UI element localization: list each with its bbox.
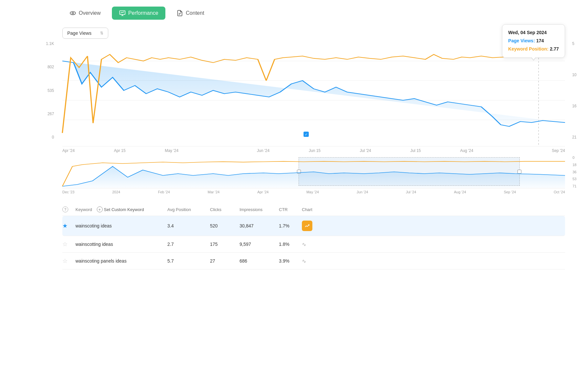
- main-chart: 1.1K 802 535 267 0 5 10 16 21: [62, 41, 565, 146]
- table-header: ? Keyword + Set Custom Keyword Avg Posit…: [62, 203, 565, 216]
- ctr-header: CTR: [279, 207, 302, 212]
- tooltip-keyword-row: Keyword Position: 2.77: [508, 45, 559, 53]
- eye-icon: [70, 10, 76, 16]
- impressions-cell: 9,597: [240, 242, 279, 247]
- table-row: ☆ wainscoting panels ideas 5.7 27 686 3.…: [62, 253, 565, 269]
- avgposition-cell: 3.4: [167, 223, 210, 228]
- clicks-cell: 175: [210, 242, 240, 247]
- tab-performance[interactable]: Performance: [112, 7, 166, 20]
- help-icon[interactable]: ?: [62, 206, 68, 212]
- star-cell[interactable]: ☆: [62, 257, 75, 265]
- mini-chart-container: 0 18 36 53 71 Dec '23: [62, 156, 565, 194]
- chart-cell: [302, 221, 325, 231]
- table-header-star: ?: [62, 206, 75, 212]
- document-icon: [177, 10, 183, 16]
- keyword-cell: wainscotting ideas: [75, 242, 167, 247]
- add-custom-keyword-button[interactable]: + Set Custom Keyword: [97, 206, 144, 212]
- mini-y-labels-right: 0 18 36 53 71: [573, 156, 577, 188]
- clicks-header: Clicks: [210, 207, 240, 212]
- avgposition-header: Avg Position: [167, 207, 210, 212]
- plus-circle-icon: +: [97, 206, 103, 212]
- chart-button-orange[interactable]: [302, 221, 312, 231]
- clicks-cell: 520: [210, 223, 240, 228]
- custom-keyword-label: Set Custom Keyword: [104, 207, 144, 212]
- monitor-chart-icon: [119, 10, 126, 16]
- ctr-cell: 3.9%: [279, 258, 302, 264]
- star-cell[interactable]: ★: [62, 222, 75, 229]
- controls-row: Page Views ⇅ Wed, 04 Sep 2024 Page Views…: [10, 28, 578, 39]
- chart-cell: ∿: [302, 258, 325, 264]
- ctr-cell: 1.7%: [279, 223, 302, 228]
- y-labels-left: 1.1K 802 535 267 0: [46, 41, 54, 146]
- nav-tabs: Overview Performance Content: [10, 7, 578, 20]
- avgposition-cell: 2.7: [167, 242, 210, 247]
- table-header-keyword: Keyword + Set Custom Keyword: [75, 206, 167, 212]
- keyword-header-label: Keyword: [75, 207, 92, 212]
- star-cell[interactable]: ☆: [62, 241, 75, 248]
- tooltip-keyword-label: Keyword Position:: [508, 45, 549, 53]
- chart-icon-gray[interactable]: ∿: [302, 258, 306, 264]
- mini-x-labels: Dec '23 2024 Feb '24 Mar '24 Apr '24 May…: [62, 188, 565, 194]
- table-row: ☆ wainscotting ideas 2.7 175 9,597 1.8% …: [62, 236, 565, 253]
- tooltip-pageviews-value: 174: [536, 37, 544, 45]
- clicks-cell: 27: [210, 258, 240, 264]
- x-labels: Apr '24 Apr 15 May '24 Jun '24 Jun 15 Ju…: [62, 146, 565, 153]
- chart-icon-gray[interactable]: ∿: [302, 242, 306, 247]
- impressions-header: Impressions: [240, 207, 279, 212]
- main-chart-container: 1.1K 802 535 267 0 5 10 16 21: [62, 41, 565, 153]
- tab-overview-label: Overview: [79, 10, 101, 16]
- tooltip-pageviews-row: Page Views: 174: [508, 37, 559, 45]
- tab-content-label: Content: [186, 10, 204, 16]
- tab-overview[interactable]: Overview: [62, 7, 108, 20]
- main-chart-svg: [62, 41, 565, 139]
- tab-content[interactable]: Content: [169, 7, 211, 20]
- ctr-cell: 1.8%: [279, 242, 302, 247]
- impressions-cell: 686: [240, 258, 279, 264]
- svg-point-1: [72, 12, 74, 14]
- mini-chart-svg: [62, 156, 565, 188]
- avgposition-cell: 5.7: [167, 258, 210, 264]
- keywords-table: ? Keyword + Set Custom Keyword Avg Posit…: [10, 203, 578, 269]
- impressions-cell: 30,847: [240, 223, 279, 228]
- tab-performance-label: Performance: [128, 10, 158, 16]
- dropdown-label: Page Views: [67, 31, 92, 36]
- tooltip-arrow: [531, 57, 536, 61]
- chevron-icon: ⇅: [100, 31, 103, 35]
- svg-point-0: [70, 11, 76, 15]
- mini-chart: 0 18 36 53 71: [62, 156, 565, 188]
- metric-dropdown[interactable]: Page Views ⇅: [62, 28, 108, 39]
- star-empty-icon[interactable]: ☆: [62, 258, 68, 264]
- tooltip-date: Wed, 04 Sep 2024: [508, 29, 559, 37]
- keyword-cell: wainscoting panels ideas: [75, 258, 167, 264]
- keyword-cell: wainscoting ideas: [75, 223, 167, 228]
- tooltip-keyword-value: 2.77: [550, 45, 559, 53]
- tooltip-pageviews-label: Page Views:: [508, 37, 535, 45]
- table-row: ★ wainscoting ideas 3.4 520 30,847 1.7%: [62, 216, 565, 236]
- star-empty-icon[interactable]: ☆: [62, 241, 68, 247]
- chart-header: Chart: [302, 207, 325, 212]
- y-labels-right: 5 10 16 21: [572, 41, 577, 146]
- star-filled-icon[interactable]: ★: [62, 223, 68, 229]
- chart-cell: ∿: [302, 241, 325, 247]
- chart-tooltip: Wed, 04 Sep 2024 Page Views: 174 Keyword…: [502, 24, 565, 58]
